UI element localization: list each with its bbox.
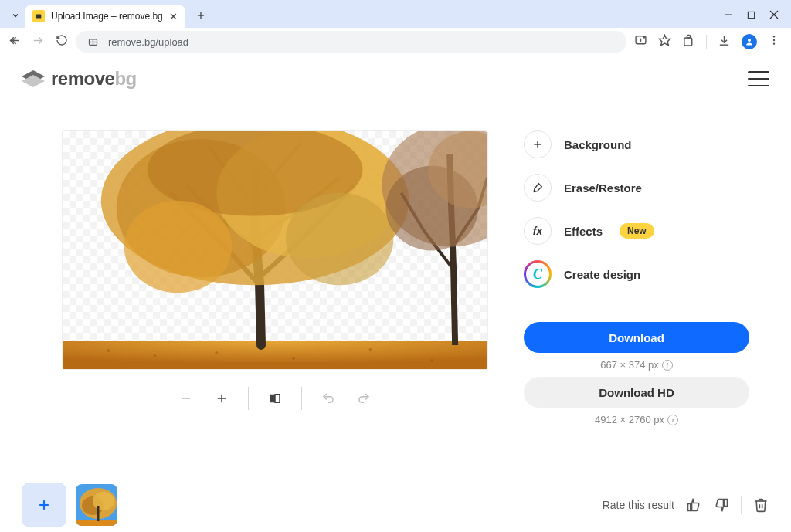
effects-tool[interactable]: fx Effects New [524, 217, 749, 245]
tool-label: Erase/Restore [564, 181, 642, 195]
image-preview[interactable] [62, 130, 488, 370]
app-header: removebg [0, 56, 791, 101]
downloads-icon[interactable] [718, 34, 731, 50]
svg-point-22 [773, 36, 775, 37]
site-info-icon[interactable] [85, 34, 100, 49]
bookmark-icon[interactable] [658, 34, 671, 50]
canva-icon: C [524, 260, 552, 288]
svg-point-21 [748, 39, 751, 42]
browser-menu-icon[interactable] [768, 34, 780, 49]
extensions-icon[interactable] [682, 34, 695, 50]
svg-rect-28 [63, 341, 487, 370]
browser-tab[interactable]: Upload Image – remove.bg ✕ [25, 5, 185, 28]
svg-point-41 [292, 357, 295, 360]
new-tab-button[interactable] [190, 5, 212, 26]
tool-label: Effects [564, 225, 603, 238]
svg-rect-0 [36, 15, 42, 19]
separator [741, 496, 742, 514]
svg-point-38 [107, 349, 110, 352]
preview-toolbar [62, 387, 488, 410]
logo-text: removebg [51, 68, 137, 90]
forward-button[interactable] [32, 34, 45, 50]
zoom-in-button[interactable] [212, 389, 231, 408]
zoom-out-button[interactable] [177, 389, 195, 408]
bottom-bar: Rate this result [0, 478, 791, 532]
svg-marker-16 [659, 35, 670, 45]
add-image-button[interactable] [22, 483, 66, 527]
close-window-button[interactable] [769, 10, 779, 22]
svg-point-43 [430, 359, 433, 362]
undo-button[interactable] [319, 389, 338, 408]
divider [301, 387, 302, 410]
logo[interactable]: removebg [22, 68, 137, 90]
window-controls [718, 10, 785, 28]
svg-point-23 [773, 39, 775, 41]
svg-point-33 [124, 201, 232, 293]
erase-restore-tool[interactable]: Erase/Restore [524, 174, 749, 202]
svg-point-34 [286, 193, 393, 286]
brush-icon [524, 174, 552, 202]
back-button[interactable] [8, 34, 21, 50]
svg-rect-4 [748, 12, 754, 18]
result-image [63, 131, 487, 370]
svg-point-58 [93, 492, 114, 510]
download-hd-button[interactable]: Download HD [524, 377, 749, 408]
separator [706, 35, 707, 49]
svg-point-15 [643, 36, 644, 37]
rate-label: Rate this result [603, 499, 674, 511]
install-app-icon[interactable] [634, 34, 647, 50]
svg-point-24 [773, 42, 775, 44]
thumbs-down-button[interactable] [713, 496, 730, 513]
create-design-tool[interactable]: C Create design [524, 260, 749, 288]
svg-rect-17 [684, 37, 692, 45]
plus-icon [524, 130, 552, 158]
thumbs-up-button[interactable] [685, 496, 702, 513]
divider [248, 387, 249, 410]
download-hd-dimensions: 4912 × 2760 pxi [524, 414, 749, 425]
svg-point-39 [154, 354, 157, 357]
svg-point-40 [215, 351, 218, 354]
svg-point-42 [369, 348, 372, 351]
fx-icon: fx [524, 217, 552, 245]
reload-button[interactable] [56, 34, 68, 49]
tab-title: Upload Image – remove.bg [51, 11, 163, 22]
new-badge: New [620, 223, 654, 239]
browser-titlebar: Upload Image – remove.bg ✕ [0, 0, 791, 28]
svg-rect-18 [687, 35, 690, 38]
browser-toolbar: remove.bg/upload [0, 28, 791, 56]
menu-button[interactable] [748, 71, 769, 86]
tool-label: Create design [564, 268, 640, 281]
info-icon[interactable]: i [662, 360, 673, 371]
address-bar[interactable]: remove.bg/upload [76, 31, 626, 53]
image-thumbnail[interactable] [74, 483, 119, 527]
logo-icon [22, 70, 45, 87]
redo-button[interactable] [355, 389, 373, 408]
tool-label: Background [564, 138, 632, 151]
minimize-button[interactable] [724, 10, 733, 22]
download-button[interactable]: Download [524, 322, 749, 353]
maximize-button[interactable] [747, 10, 755, 22]
download-dimensions: 667 × 374 pxi [524, 359, 749, 371]
svg-rect-48 [275, 395, 280, 403]
tab-search-dropdown[interactable] [6, 5, 25, 26]
url-text: remove.bg/upload [108, 36, 188, 48]
background-tool[interactable]: Background [524, 130, 749, 158]
tab-close-icon[interactable]: ✕ [169, 11, 178, 22]
compare-button[interactable] [266, 389, 284, 408]
svg-point-51 [534, 190, 535, 191]
profile-avatar[interactable] [742, 34, 757, 49]
delete-button[interactable] [752, 496, 769, 513]
svg-rect-47 [270, 395, 275, 403]
info-icon[interactable]: i [667, 415, 678, 425]
favicon-icon [32, 10, 45, 22]
